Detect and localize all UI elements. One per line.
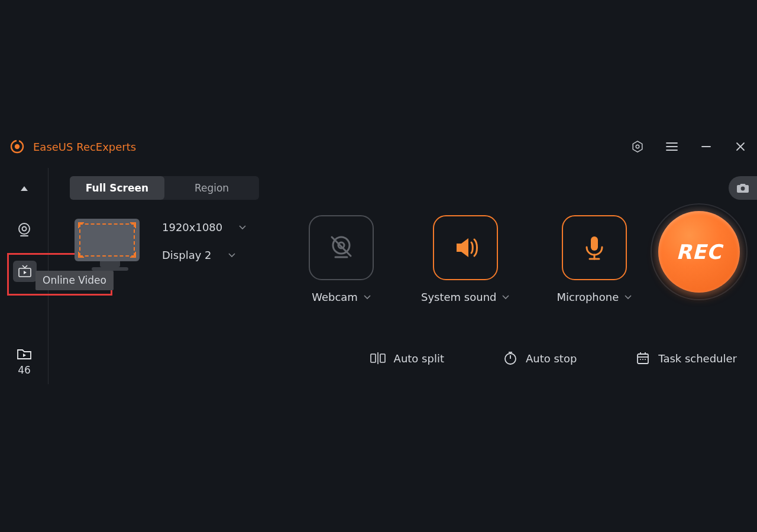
system-sound-label: System sound xyxy=(421,291,496,303)
auto-split-label: Auto split xyxy=(394,352,444,365)
svg-rect-23 xyxy=(591,236,598,251)
svg-rect-27 xyxy=(380,354,385,362)
sidebar-collapse-button[interactable] xyxy=(0,168,48,209)
microphone-icon xyxy=(578,232,610,264)
task-scheduler-label: Task scheduler xyxy=(658,352,737,365)
microphone-toggle[interactable] xyxy=(562,215,627,280)
auto-stop-label: Auto stop xyxy=(526,352,577,365)
record-label: REC xyxy=(676,240,722,264)
hexagon-gear-icon xyxy=(631,140,644,153)
recordings-count: 46 xyxy=(18,364,31,376)
tv-play-icon xyxy=(18,265,32,278)
svg-marker-11 xyxy=(21,186,28,191)
microphone-dropdown[interactable]: Microphone xyxy=(557,291,632,303)
system-sound-toggle[interactable] xyxy=(433,215,498,280)
svg-marker-15 xyxy=(24,271,27,274)
close-icon xyxy=(735,141,746,152)
svg-point-4 xyxy=(636,145,639,148)
webcam-outline-icon xyxy=(16,222,33,238)
caret-up-icon xyxy=(20,186,29,192)
main-panel: Full Screen Region 1920x1080 Display 2 xyxy=(48,168,757,384)
minimize-button[interactable] xyxy=(699,140,713,154)
source-tiles: Webcam System sound xyxy=(309,215,632,303)
record-button-wrap: REC xyxy=(652,205,746,299)
resolution-label: 1920x1080 xyxy=(162,221,222,233)
monitor-preview xyxy=(75,219,145,272)
hamburger-icon xyxy=(666,142,678,151)
tab-region[interactable]: Region xyxy=(164,176,259,200)
recordings-button[interactable]: 46 xyxy=(0,340,48,383)
svg-point-13 xyxy=(22,227,27,231)
settings-button[interactable] xyxy=(630,140,645,154)
svg-marker-18 xyxy=(23,353,26,357)
resolution-selector[interactable]: 1920x1080 xyxy=(162,221,246,233)
record-button[interactable]: REC xyxy=(658,211,740,293)
auto-stop-button[interactable]: Auto stop xyxy=(503,351,577,365)
svg-point-19 xyxy=(741,187,745,191)
svg-rect-2 xyxy=(17,139,19,142)
display-label: Display 2 xyxy=(162,249,212,261)
webcam-label: Webcam xyxy=(312,291,358,303)
task-scheduler-button[interactable]: Task scheduler xyxy=(636,351,737,365)
chevron-down-icon xyxy=(364,295,371,300)
timer-icon xyxy=(503,351,517,365)
tab-full-screen[interactable]: Full Screen xyxy=(70,176,164,200)
microphone-source: Microphone xyxy=(557,215,632,303)
system-sound-dropdown[interactable]: System sound xyxy=(421,291,509,303)
svg-line-16 xyxy=(22,265,25,268)
chevron-down-icon xyxy=(239,225,246,230)
sidebar-webcam-button[interactable] xyxy=(0,209,48,251)
logo-icon xyxy=(9,139,25,154)
svg-point-1 xyxy=(15,144,20,149)
folder-play-icon xyxy=(17,348,32,361)
svg-point-36 xyxy=(640,359,641,360)
webcam-off-icon xyxy=(325,231,358,264)
webcam-toggle[interactable] xyxy=(309,215,374,280)
mode-tabs: Full Screen Region xyxy=(70,176,259,200)
svg-point-38 xyxy=(645,359,646,360)
minimize-icon xyxy=(701,141,711,152)
speaker-icon xyxy=(449,232,481,264)
chevron-down-icon xyxy=(502,295,509,300)
svg-line-17 xyxy=(25,265,27,268)
bottom-tools: Auto split Auto stop Task scheduler xyxy=(48,351,757,365)
chevron-down-icon xyxy=(625,295,632,300)
app-brand: EaseUS RecExperts xyxy=(9,139,136,154)
svg-marker-3 xyxy=(633,141,642,152)
title-bar: EaseUS RecExperts xyxy=(0,132,757,161)
svg-rect-26 xyxy=(371,354,376,362)
window-controls xyxy=(630,140,748,154)
screenshot-button[interactable] xyxy=(729,176,757,200)
auto-split-button[interactable]: Auto split xyxy=(370,352,444,365)
webcam-source: Webcam xyxy=(309,215,374,303)
svg-point-12 xyxy=(19,223,30,234)
system-sound-source: System sound xyxy=(421,215,509,303)
display-selector[interactable]: Display 2 xyxy=(162,249,246,261)
menu-button[interactable] xyxy=(665,140,679,154)
calendar-icon xyxy=(636,351,650,365)
svg-point-37 xyxy=(642,359,643,360)
camera-icon xyxy=(736,183,749,193)
split-icon xyxy=(370,352,386,365)
display-settings: 1920x1080 Display 2 xyxy=(162,221,246,261)
app-title: EaseUS RecExperts xyxy=(33,141,136,153)
microphone-label: Microphone xyxy=(557,291,619,303)
chevron-down-icon xyxy=(228,253,235,258)
webcam-dropdown[interactable]: Webcam xyxy=(312,291,371,303)
close-button[interactable] xyxy=(733,140,748,154)
